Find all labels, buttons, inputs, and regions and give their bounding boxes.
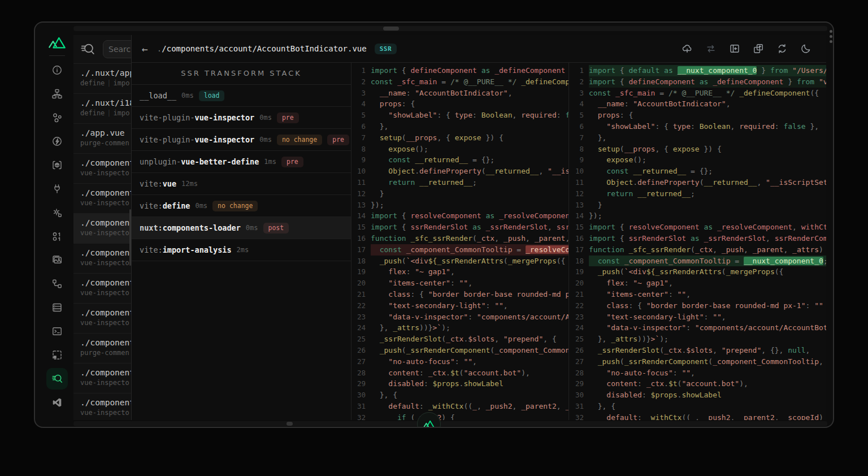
plugins-icon <box>51 183 63 194</box>
imports-icon <box>51 136 63 147</box>
line-number: 13 <box>351 200 366 211</box>
file-row[interactable]: ./componentpurge-commen <box>73 334 131 364</box>
plugin-name: components-loader <box>163 223 241 232</box>
stack-row[interactable]: unplugin-vue-better-define1mspre <box>132 151 351 173</box>
file-row[interactable]: ./componentvue-inspecto <box>73 154 131 184</box>
stage: Search ./.nuxt/appdefine|impo./.nuxt/i18… <box>0 0 868 476</box>
sidebar-item-payload[interactable] <box>45 224 69 248</box>
stack-row[interactable]: vite-plugin-vue-inspector0msno changepre <box>132 129 351 151</box>
stack-row[interactable]: vite:import-analysis2ms <box>132 239 351 261</box>
file-row[interactable]: ./.nuxt/appdefine|impo <box>73 64 131 94</box>
side-by-side-icon[interactable] <box>753 43 764 54</box>
file-row[interactable]: ./componentvue-inspecto <box>73 364 131 393</box>
line-number: 2 <box>351 76 366 88</box>
nuxt-logo-icon[interactable] <box>47 34 67 51</box>
line-number: 27 <box>351 356 366 367</box>
file-transform-badges: vue-inspecto <box>80 409 131 417</box>
code-text: _push(`<div${_ssrRenderAttrs(_mergeProps… <box>371 256 568 267</box>
back-button[interactable]: ← <box>142 43 148 55</box>
top-scrollbar-thumb[interactable] <box>383 27 399 31</box>
code-line: 5 "showLabel": { type: Boolean, required… <box>351 110 568 121</box>
sidebar-item-assets[interactable] <box>45 248 69 272</box>
file-row[interactable]: ./componentvue-inspecto <box>73 304 131 334</box>
plugin-time: 2ms <box>237 246 249 254</box>
code-line: 26 _ssrRenderSlot(_ctx.$slots, "prepend"… <box>569 345 826 356</box>
code-line: 27 "no-auto-focus": "", <box>351 356 568 367</box>
code-line: 31 }, { <box>569 401 826 412</box>
code-text: return __returned__; <box>589 188 826 200</box>
sidebar-item-overview[interactable] <box>45 58 69 82</box>
cloud-sync-icon[interactable] <box>682 43 693 54</box>
plugin-name: define <box>163 201 190 210</box>
code-text: "no-auto-focus": "", <box>589 367 826 379</box>
line-number: 8 <box>569 144 584 155</box>
dark-mode-icon[interactable] <box>800 43 811 54</box>
code-text: import { defineComponent as _defineCompo… <box>371 65 568 76</box>
file-title: ./component <box>80 158 131 167</box>
line-number: 3 <box>569 88 584 99</box>
code-line: 8 setup(__props, { expose }) { <box>569 144 826 155</box>
window-drag-handle[interactable] <box>830 30 832 43</box>
code-text: function _sfc_ssrRender(_ctx, _push, _pa… <box>589 244 826 256</box>
sidebar-item-plugins[interactable] <box>45 177 69 201</box>
code-line: 18 const _component_CommonTooltip = __nu… <box>569 256 826 267</box>
file-row[interactable]: ./componentvue-inspecto <box>73 184 131 214</box>
bottom-scrollbar[interactable] <box>73 421 827 426</box>
stack-row[interactable]: vite-plugin-vue-inspector0mspre <box>132 107 351 129</box>
code-text: _push(_ssrRenderComponent(_component_Com… <box>589 356 826 367</box>
file-list: ./.nuxt/appdefine|impo./.nuxt/i18define|… <box>73 64 131 420</box>
sidebar-item-storage[interactable] <box>45 296 69 319</box>
top-scrollbar[interactable] <box>73 26 827 31</box>
line-number: 32 <box>569 412 584 420</box>
search-input[interactable]: Search <box>103 40 132 58</box>
code-line: 6 "showLabel": { type: Boolean, required… <box>569 121 826 132</box>
file-path-main: /components/account/AccountBotIndicator.… <box>162 44 366 53</box>
plugin-name: __load__ <box>140 91 176 100</box>
code-line: 1import { default as __nuxt_component_0 … <box>569 65 826 76</box>
file-row[interactable]: ./componentvue-inspecto <box>73 274 131 304</box>
plugin-name: nuxt: <box>140 223 163 232</box>
stack-row[interactable]: vite:vue12ms <box>132 173 351 195</box>
payload-icon <box>51 231 63 242</box>
line-number: 25 <box>569 334 584 345</box>
sidebar-item-terminal[interactable] <box>45 319 69 343</box>
code-pane-after[interactable]: 1import { default as __nuxt_component_0 … <box>569 62 826 420</box>
sidebar-item-imports[interactable] <box>45 129 69 153</box>
sidebar-item-inspect[interactable] <box>45 343 69 367</box>
sidebar-item-modules[interactable] <box>45 153 69 177</box>
file-row[interactable]: ./.nuxt/i18define|impo <box>73 94 131 124</box>
sidebar-item-pages[interactable] <box>45 82 69 106</box>
code-pane-before[interactable]: 1import { defineComponent as _defineComp… <box>351 62 569 420</box>
file-title: ./.nuxt/app <box>80 68 131 77</box>
ssr-badge: SSR <box>375 44 397 54</box>
file-row[interactable]: ./componentvue-inspecto <box>73 393 131 420</box>
stack-row[interactable]: vite:define0msno change <box>132 195 351 217</box>
collapse-panel-icon[interactable] <box>729 43 740 54</box>
code-line: 11 Object.defineProperty(__returned__, "… <box>569 177 826 188</box>
stack-row[interactable]: nuxt:components-loader0mspost <box>132 217 351 239</box>
stack-row[interactable]: __load__0msload <box>132 85 351 107</box>
sidebar-item-components[interactable] <box>45 106 69 129</box>
sidebar-item-vite-inspect[interactable] <box>45 367 69 391</box>
file-title: ./component <box>80 188 131 197</box>
bottom-scrollbar-thumb[interactable] <box>287 422 293 426</box>
file-row[interactable]: ./componentvue-inspecto <box>73 214 131 244</box>
sidebar-item-runtime-config[interactable] <box>45 201 69 224</box>
vite-inspect-icon <box>46 368 68 390</box>
sidebar-item-server-routes[interactable] <box>45 272 69 296</box>
code-text: flex: "~ gap1", <box>371 266 568 278</box>
file-row[interactable]: ./componentvue-inspecto <box>73 244 131 274</box>
file-title: ./component <box>80 398 131 407</box>
plugin-name: vue-better-define <box>181 157 259 166</box>
code-line: 29 content: _ctx.$t("account.bot"), <box>569 378 826 390</box>
line-number: 11 <box>569 177 584 188</box>
plugin-badge-pre: pre <box>327 135 349 145</box>
refresh-icon[interactable] <box>776 43 788 54</box>
file-row[interactable]: ./app.vuepurge-commen <box>73 124 131 154</box>
line-number: 30 <box>351 390 366 401</box>
code-line: 19 _push(`<div${_ssrRenderAttrs(_mergePr… <box>569 266 826 278</box>
sidebar-item-open-in-vscode[interactable] <box>45 391 69 414</box>
line-number: 3 <box>351 88 366 99</box>
code-text: "text-secondary-light": "", <box>589 311 826 323</box>
code-line: 20 "items-center": "", <box>351 278 568 289</box>
